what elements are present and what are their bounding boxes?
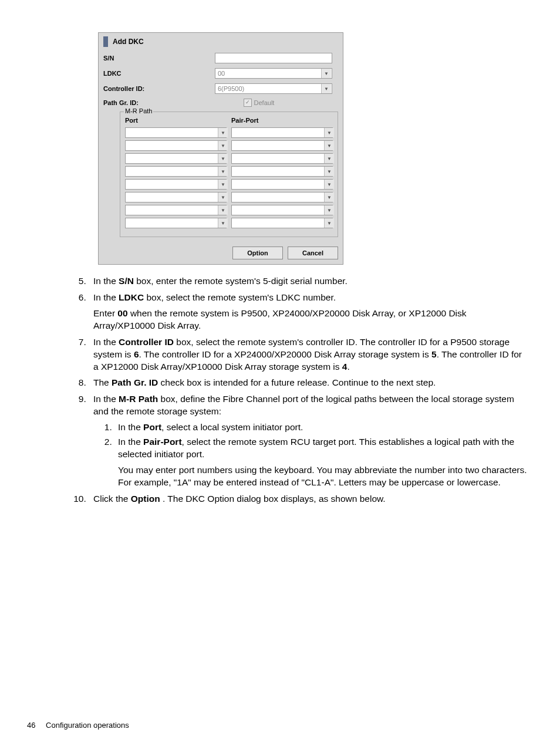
controller-id-label: Controller ID:: [103, 85, 215, 92]
ldkc-label: LDKC: [103, 70, 215, 77]
port-select[interactable]: ▼: [125, 166, 227, 177]
pairport-select[interactable]: ▼: [231, 166, 333, 177]
sub-instruction-item: In the Port, select a local system initi…: [114, 421, 528, 434]
sub-instruction-list: In the Port, select a local system initi…: [93, 421, 528, 489]
port-row: ▼▼: [125, 218, 333, 228]
port-row: ▼▼: [125, 166, 333, 177]
pairport-select[interactable]: ▼: [231, 153, 333, 164]
port-select[interactable]: ▼: [125, 153, 227, 164]
chevron-down-icon: ▼: [218, 180, 228, 189]
pathgr-default-checkbox[interactable]: ✓: [244, 99, 252, 107]
sn-input[interactable]: [215, 53, 332, 63]
chevron-down-icon: ▼: [218, 141, 228, 150]
chevron-down-icon: ▼: [321, 69, 331, 78]
ldkc-value: 00: [218, 70, 225, 77]
sn-label: S/N: [103, 55, 215, 62]
port-select[interactable]: ▼: [125, 127, 227, 138]
chevron-down-icon: ▼: [324, 141, 334, 150]
chevron-down-icon: ▼: [324, 193, 334, 202]
chevron-down-icon: ▼: [324, 154, 334, 163]
instruction-item: In the Controller ID box, select the rem…: [89, 336, 528, 373]
port-select[interactable]: ▼: [125, 179, 227, 190]
instruction-item: In the LDKC box, select the remote syste…: [89, 292, 528, 332]
mrpath-fieldset: M-R Path Port Pair-Port ▼▼▼▼▼▼▼▼▼▼▼▼▼▼▼▼: [120, 112, 338, 237]
page-number: 46: [27, 721, 35, 730]
sub-instruction-item: In the Pair-Port, select the remote syst…: [114, 436, 528, 489]
pairport-select[interactable]: ▼: [231, 140, 333, 151]
pairport-select[interactable]: ▼: [231, 218, 333, 228]
chevron-down-icon: ▼: [218, 218, 228, 228]
section-title: Configuration operations: [46, 721, 129, 730]
pairport-select[interactable]: ▼: [231, 192, 333, 202]
controller-id-value: 6(P9500): [218, 85, 244, 92]
port-row: ▼▼: [125, 179, 333, 190]
instruction-item: Click the Option . The DKC Option dialog…: [89, 493, 528, 505]
chevron-down-icon: ▼: [324, 218, 334, 228]
chevron-down-icon: ▼: [324, 167, 334, 176]
dialog-title: Add DKC: [113, 38, 144, 46]
port-header: Port: [125, 117, 227, 124]
add-dkc-dialog: Add DKC S/N LDKC 00 ▼ Controller ID: 6(P…: [98, 32, 343, 265]
dialog-accent: [103, 36, 108, 47]
pairport-select[interactable]: ▼: [231, 205, 333, 215]
option-button[interactable]: Option: [232, 247, 283, 259]
instruction-item: The Path Gr. ID check box is intended fo…: [89, 377, 528, 389]
controller-id-select[interactable]: 6(P9500) ▼: [215, 83, 332, 94]
port-select[interactable]: ▼: [125, 218, 227, 228]
chevron-down-icon: ▼: [321, 84, 331, 93]
pairport-select[interactable]: ▼: [231, 127, 333, 138]
pairport-header: Pair-Port: [227, 117, 333, 124]
pathgr-default-label: Default: [254, 99, 275, 106]
chevron-down-icon: ▼: [218, 205, 228, 215]
dialog-title-row: Add DKC: [99, 33, 343, 50]
port-row: ▼▼: [125, 192, 333, 202]
pairport-select[interactable]: ▼: [231, 179, 333, 190]
mrpath-legend: M-R Path: [124, 107, 153, 114]
port-select[interactable]: ▼: [125, 140, 227, 151]
chevron-down-icon: ▼: [218, 193, 228, 202]
instruction-item: In the S/N box, enter the remote system'…: [89, 275, 528, 288]
port-row: ▼▼: [125, 140, 333, 151]
ldkc-select[interactable]: 00 ▼: [215, 68, 332, 79]
chevron-down-icon: ▼: [324, 128, 334, 137]
instruction-item: In the M-R Path box, define the Fibre Ch…: [89, 393, 528, 488]
cancel-button[interactable]: Cancel: [288, 247, 338, 259]
chevron-down-icon: ▼: [218, 128, 228, 137]
pathgr-label: Path Gr. ID:: [103, 99, 180, 106]
chevron-down-icon: ▼: [218, 154, 228, 163]
port-row: ▼▼: [125, 205, 333, 215]
port-select[interactable]: ▼: [125, 192, 227, 202]
chevron-down-icon: ▼: [218, 167, 228, 176]
port-select[interactable]: ▼: [125, 205, 227, 215]
chevron-down-icon: ▼: [324, 180, 334, 189]
port-row: ▼▼: [125, 153, 333, 164]
port-row: ▼▼: [125, 127, 333, 138]
instruction-list: In the S/N box, enter the remote system'…: [32, 275, 528, 505]
chevron-down-icon: ▼: [324, 205, 334, 215]
page-footer: 46 Configuration operations: [27, 721, 129, 730]
